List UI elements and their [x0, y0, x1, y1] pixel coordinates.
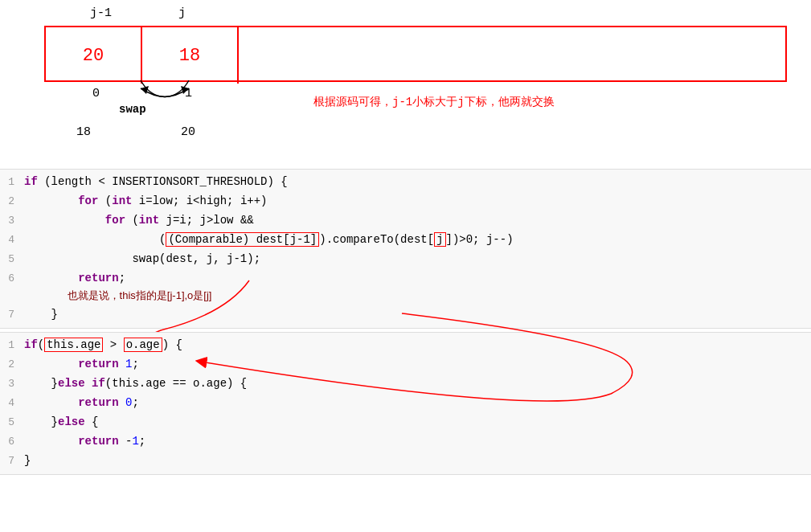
- cell-0: 20: [46, 27, 142, 84]
- code-content-2-3: }else if(this.age == o.age) {: [24, 374, 811, 392]
- swap-note: 根据源码可得，j-1小标大于j下标，他两就交换: [313, 95, 555, 109]
- code-content-2-7: }: [24, 452, 811, 469]
- code-line-1-3: 3 for (int j=i; j>low &&: [0, 211, 811, 231]
- code-content-1-1: if (length < INSERTIONSORT_THRESHOLD) {: [24, 173, 811, 190]
- array-container: 20 18: [44, 26, 787, 82]
- code-content-2-5: }else {: [24, 413, 811, 431]
- code-section-1: 1 if (length < INSERTIONSORT_THRESHOLD) …: [0, 169, 811, 329]
- line-num-1-7: 7: [0, 307, 24, 324]
- red-box-this-age: this.age: [44, 338, 103, 352]
- code-line-2-6: 6 return -1;: [0, 432, 811, 452]
- code-line-2-3: 3 }else if(this.age == o.age) {: [0, 374, 811, 394]
- line-num-1-5: 5: [0, 252, 24, 268]
- code-line-2-4: 4 return 0;: [0, 394, 811, 413]
- sorted-20: 20: [181, 125, 195, 139]
- label-j-minus-1: j-1: [90, 6, 112, 20]
- index-1: 1: [185, 87, 192, 100]
- line-num-1-6: 6: [0, 271, 24, 288]
- line-num-2-3: 3: [0, 376, 24, 393]
- line-num-2-4: 4: [0, 395, 24, 412]
- code-content-2-2: return 1;: [24, 355, 811, 373]
- code-line-2-1: 1 if(this.age > o.age) {: [0, 336, 811, 355]
- red-box-j: j: [434, 232, 445, 247]
- code-line-1-2: 2 for (int i=low; i<high; i++): [0, 192, 811, 211]
- code-line-2-5: 5 }else {: [0, 413, 811, 432]
- code-line-1-6: 6 return; 也就是说，this指的是[j-1],o是[j]: [0, 269, 811, 305]
- code-line-2-2: 2 return 1;: [0, 355, 811, 374]
- red-box-o-age: o.age: [124, 338, 162, 352]
- svg-marker-1: [141, 86, 149, 94]
- code-line-1-7: 7 }: [0, 305, 811, 325]
- line-num-1-3: 3: [0, 213, 24, 230]
- line-num-1-4: 4: [0, 232, 24, 249]
- diagram-area: j-1 j 20 18 0 1 swap 根据源码可得，j-1小标大于j下标，他…: [0, 0, 811, 169]
- sorted-18: 18: [76, 125, 91, 139]
- annotation-text: 也就是说，this指的是[j-1],o是[j]: [68, 289, 212, 301]
- line-num-2-5: 5: [0, 415, 24, 432]
- code-line-1-4: 4 ((Comparable) dest[j-1]).compareTo(des…: [0, 231, 811, 250]
- index-0: 0: [92, 87, 100, 100]
- line-num-1-2: 2: [0, 194, 24, 211]
- code-line-1-5: 5 swap(dest, j, j-1);: [0, 250, 811, 269]
- code-content-1-6: return; 也就是说，this指的是[j-1],o是[j]: [24, 269, 811, 305]
- line-num-2-7: 7: [0, 453, 24, 470]
- code-line-1-1: 1 if (length < INSERTIONSORT_THRESHOLD) …: [0, 173, 811, 192]
- cell-1: 18: [142, 27, 239, 84]
- label-j: j: [178, 6, 186, 20]
- code-section-2: 1 if(this.age > o.age) { 2 return 1; 3 }…: [0, 332, 811, 475]
- line-num-2-1: 1: [0, 338, 24, 354]
- code-content-2-4: return 0;: [24, 394, 811, 411]
- line-num-1-1: 1: [0, 174, 24, 191]
- code-content-1-4: ((Comparable) dest[j-1]).compareTo(dest[…: [24, 231, 811, 248]
- code-content-1-7: }: [24, 305, 811, 323]
- code-line-2-7: 7 }: [0, 452, 811, 471]
- swap-label: swap: [119, 103, 146, 116]
- code-content-1-2: for (int i=low; i<high; i++): [24, 192, 811, 210]
- code-content-1-5: swap(dest, j, j-1);: [24, 250, 811, 268]
- code-content-2-1: if(this.age > o.age) {: [24, 336, 811, 354]
- cell-empty: [239, 27, 785, 84]
- line-num-2-2: 2: [0, 357, 24, 374]
- line-num-2-6: 6: [0, 434, 24, 451]
- code-content-1-3: for (int j=i; j>low &&: [24, 211, 811, 229]
- red-box-comparable: (Comparable) dest[j-1]: [166, 232, 319, 247]
- code-content-2-6: return -1;: [24, 432, 811, 450]
